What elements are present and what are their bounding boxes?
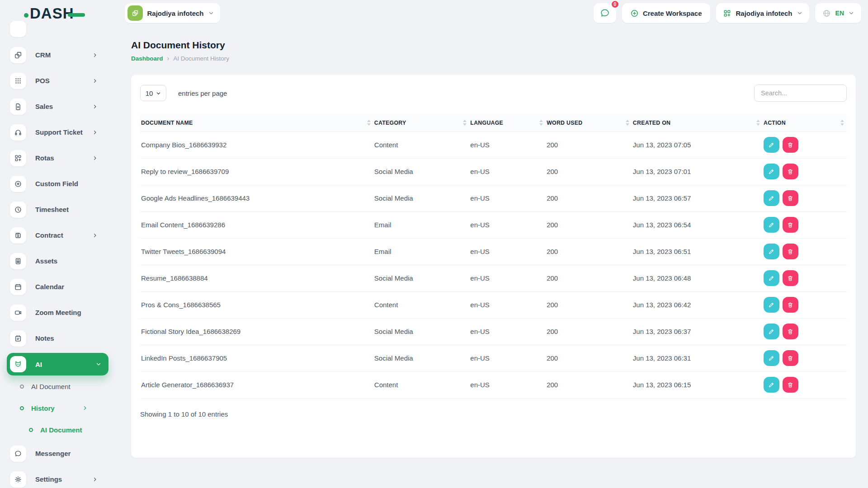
sort-icon: [463, 120, 467, 126]
delete-button[interactable]: [783, 377, 798, 393]
sidebar-item-messenger[interactable]: Messenger: [0, 441, 105, 466]
sidebar-subitem-label: History: [31, 404, 75, 412]
trash-icon: [787, 381, 794, 389]
column-header-created-on[interactable]: CREATED ON: [632, 114, 763, 131]
sidebar-item-support-ticket[interactable]: Support Ticket: [0, 119, 105, 145]
sidebar-item-notes[interactable]: Notes: [0, 325, 105, 351]
edit-button[interactable]: [764, 244, 779, 259]
chevron-right-icon: [92, 78, 98, 84]
sidebar-subitem-history-ai-document[interactable]: AI Document: [0, 419, 105, 441]
edit-button[interactable]: [764, 377, 779, 393]
entries-per-page-select[interactable]: 10: [140, 85, 166, 101]
sidebar-item-custom-field[interactable]: Custom Field: [0, 171, 105, 197]
cell-actions: [763, 211, 847, 238]
edit-button[interactable]: [764, 137, 779, 153]
column-header-action[interactable]: ACTION: [763, 114, 847, 131]
cell-language: en-US: [469, 371, 546, 398]
cell-document-name: Pros & Cons_1686638565: [140, 291, 373, 318]
search-input[interactable]: [754, 84, 847, 102]
sidebar-subitem-ai-document[interactable]: AI Document: [0, 375, 105, 397]
column-header-language[interactable]: LANGUAGE: [469, 114, 546, 131]
cell-created-on: Jun 13, 2023 06:37: [632, 318, 763, 345]
sidebar-item-label: POS: [35, 77, 83, 84]
edit-button[interactable]: [764, 217, 779, 233]
messages-badge: 0: [611, 0, 619, 9]
sort-icon: [539, 120, 543, 126]
edit-button[interactable]: [764, 164, 779, 179]
messages-button[interactable]: 0: [594, 3, 616, 23]
edit-button[interactable]: [764, 297, 779, 313]
column-header-document-name[interactable]: DOCUMENT NAME: [140, 114, 373, 131]
cell-word-used: 200: [546, 238, 632, 265]
column-header-category[interactable]: CATEGORY: [373, 114, 470, 131]
pos-icon: [10, 73, 26, 89]
delete-button[interactable]: [783, 164, 798, 179]
cell-actions: [763, 291, 847, 318]
sidebar-item-label: Assets: [35, 257, 105, 265]
chevron-down-icon: [156, 91, 161, 96]
cell-word-used: 200: [546, 211, 632, 238]
cell-word-used: 200: [546, 158, 632, 185]
cell-created-on: Jun 13, 2023 07:05: [632, 131, 763, 158]
workspace-selector[interactable]: Rajodiya infotech: [125, 3, 220, 23]
workspace-name: Rajodiya infotech: [147, 9, 204, 17]
brand-logo[interactable]: DASH: [24, 6, 85, 21]
cell-created-on: Jun 13, 2023 06:42: [632, 291, 763, 318]
delete-button[interactable]: [783, 217, 798, 233]
create-workspace-button[interactable]: Create Workspace: [622, 3, 710, 23]
cell-category: Content: [373, 291, 470, 318]
sidebar-item-ai[interactable]: AI: [7, 353, 108, 375]
sidebar-subitem-history[interactable]: History: [0, 397, 105, 419]
delete-button[interactable]: [783, 137, 798, 153]
breadcrumb-dashboard-link[interactable]: Dashboard: [131, 55, 163, 62]
breadcrumb-separator-icon: ›: [167, 55, 170, 62]
trash-icon: [787, 221, 794, 229]
cell-category: Content: [373, 371, 470, 398]
create-workspace-label: Create Workspace: [643, 9, 702, 17]
sidebar-item-timesheet[interactable]: Timesheet: [0, 197, 105, 222]
cell-document-name: Company Bios_1686639932: [140, 131, 373, 158]
edit-button[interactable]: [764, 270, 779, 286]
delete-button[interactable]: [783, 324, 798, 339]
cell-word-used: 200: [546, 318, 632, 345]
cell-category: Social Media: [373, 318, 470, 345]
chevron-down-icon: [849, 10, 854, 16]
sidebar-item-rotas[interactable]: Rotas: [0, 145, 105, 171]
account-menu[interactable]: Rajodiya infotech: [716, 3, 809, 23]
history-card: 10 entries per page DOCUMENT NAME CATEGO…: [131, 75, 856, 458]
language-selector[interactable]: EN: [815, 3, 861, 23]
delete-button[interactable]: [783, 244, 798, 259]
sidebar-item-contract[interactable]: Contract: [0, 222, 105, 248]
edit-button[interactable]: [764, 190, 779, 206]
zoom-meeting-icon: [10, 305, 26, 321]
cell-document-name: Google Ads Headlines_1686639443: [140, 185, 373, 211]
cell-word-used: 200: [546, 371, 632, 398]
pencil-icon: [768, 221, 775, 229]
column-header-word-used[interactable]: WORD USED: [546, 114, 632, 131]
cell-word-used: 200: [546, 291, 632, 318]
cell-document-name: Article Generator_1686636937: [140, 371, 373, 398]
logo-dot-icon: [24, 13, 28, 18]
table-row: Fictional Story Idea_1686638269 Social M…: [140, 318, 847, 345]
cell-language: en-US: [469, 265, 546, 291]
sidebar-item-settings[interactable]: Settings: [0, 466, 105, 488]
edit-button[interactable]: [764, 324, 779, 339]
table-controls: 10 entries per page: [131, 75, 856, 102]
delete-button[interactable]: [783, 270, 798, 286]
sidebar-item-pos[interactable]: POS: [0, 68, 105, 94]
settings-icon: [10, 471, 26, 488]
sidebar-item-crm[interactable]: CRM: [0, 42, 105, 68]
sidebar-item-zoom-meeting[interactable]: Zoom Meeting: [0, 300, 105, 325]
delete-button[interactable]: [783, 190, 798, 206]
table-row: Pros & Cons_1686638565 Content en-US 200…: [140, 291, 847, 318]
delete-button[interactable]: [783, 297, 798, 313]
bullet-icon: [29, 428, 33, 432]
table-row: Email Content_1686639286 Email en-US 200…: [140, 211, 847, 238]
cell-category: Social Media: [373, 345, 470, 371]
sidebar-item-sales[interactable]: Sales: [0, 94, 105, 119]
sidebar-item-calendar[interactable]: Calendar: [0, 274, 105, 300]
edit-button[interactable]: [764, 350, 779, 366]
notes-icon: [10, 330, 26, 347]
delete-button[interactable]: [783, 350, 798, 366]
sidebar-item-assets[interactable]: Assets: [0, 248, 105, 274]
